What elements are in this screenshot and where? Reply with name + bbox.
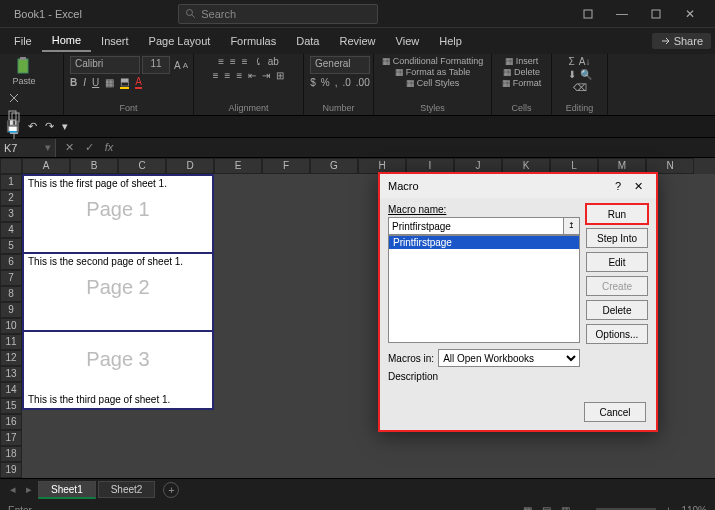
- sheet-nav-next-icon[interactable]: ▸: [22, 483, 36, 496]
- search-box[interactable]: Search: [178, 4, 378, 24]
- fill-color-icon[interactable]: ⬒: [120, 76, 129, 89]
- cell-styles-button[interactable]: ▦Cell Styles: [406, 78, 460, 88]
- format-cells-button[interactable]: ▦Format: [502, 78, 542, 88]
- row-header[interactable]: 16: [0, 414, 22, 430]
- bold-button[interactable]: B: [70, 77, 77, 88]
- edit-button[interactable]: Edit: [586, 252, 648, 272]
- paste-button[interactable]: Paste: [6, 56, 42, 86]
- row-header[interactable]: 9: [0, 302, 22, 318]
- row-header[interactable]: 5: [0, 238, 22, 254]
- undo-icon[interactable]: ↶: [28, 120, 37, 133]
- find-select-icon[interactable]: 🔍: [580, 69, 592, 80]
- font-color-icon[interactable]: A: [135, 76, 142, 89]
- row-header[interactable]: 3: [0, 206, 22, 222]
- sheet-tab-sheet1[interactable]: Sheet1: [38, 481, 96, 499]
- wrap-text-icon[interactable]: ab: [268, 56, 279, 67]
- tab-formulas[interactable]: Formulas: [220, 31, 286, 51]
- redo-icon[interactable]: ↷: [45, 120, 54, 133]
- orientation-icon[interactable]: ⤹: [254, 56, 262, 67]
- font-name-select[interactable]: Calibri: [70, 56, 140, 74]
- accounting-icon[interactable]: $: [310, 77, 316, 88]
- new-sheet-button[interactable]: +: [163, 482, 179, 498]
- row-header[interactable]: 15: [0, 398, 22, 414]
- zoom-in-icon[interactable]: +: [666, 505, 672, 511]
- row-header[interactable]: 18: [0, 446, 22, 462]
- cut-icon[interactable]: [6, 90, 22, 106]
- decrease-indent-icon[interactable]: ⇤: [248, 70, 256, 81]
- row-header[interactable]: 2: [0, 190, 22, 206]
- row-header[interactable]: 17: [0, 430, 22, 446]
- close-icon[interactable]: ✕: [673, 3, 707, 25]
- align-left-icon[interactable]: ≡: [213, 70, 219, 81]
- save-icon[interactable]: 💾: [6, 120, 20, 133]
- sheet-nav-prev-icon[interactable]: ◂: [6, 483, 20, 496]
- fill-icon[interactable]: ⬇: [568, 69, 576, 80]
- align-center-icon[interactable]: ≡: [225, 70, 231, 81]
- row-header[interactable]: 13: [0, 366, 22, 382]
- tab-review[interactable]: Review: [329, 31, 385, 51]
- col-header[interactable]: E: [214, 158, 262, 174]
- tab-insert[interactable]: Insert: [91, 31, 139, 51]
- number-format-select[interactable]: General: [310, 56, 370, 74]
- ribbon-display-options-icon[interactable]: [571, 3, 605, 25]
- macro-name-spin-icon[interactable]: ↥: [564, 217, 580, 235]
- step-into-button[interactable]: Step Into: [586, 228, 648, 248]
- tab-view[interactable]: View: [386, 31, 430, 51]
- delete-button[interactable]: Delete: [586, 300, 648, 320]
- format-as-table-button[interactable]: ▦Format as Table: [395, 67, 470, 77]
- row-header[interactable]: 11: [0, 334, 22, 350]
- col-header[interactable]: F: [262, 158, 310, 174]
- maximize-icon[interactable]: [639, 3, 673, 25]
- comma-icon[interactable]: ,: [335, 77, 338, 88]
- dialog-help-icon[interactable]: ?: [608, 180, 628, 192]
- delete-cells-button[interactable]: ▦Delete: [503, 67, 540, 77]
- cancel-formula-icon[interactable]: ✕: [60, 141, 78, 154]
- name-box[interactable]: K7▾: [0, 139, 56, 157]
- borders-icon[interactable]: ▦: [105, 77, 114, 88]
- merge-icon[interactable]: ⊞: [276, 70, 284, 81]
- row-header[interactable]: 10: [0, 318, 22, 334]
- percent-icon[interactable]: %: [321, 77, 330, 88]
- increase-decimal-icon[interactable]: .0: [343, 77, 351, 88]
- macro-name-input[interactable]: [388, 217, 564, 235]
- macro-list-item[interactable]: Printfirstpage: [389, 236, 579, 249]
- col-header[interactable]: D: [166, 158, 214, 174]
- align-middle-icon[interactable]: ≡: [230, 56, 236, 67]
- decrease-font-icon[interactable]: A: [183, 61, 188, 70]
- sheet-tab-sheet2[interactable]: Sheet2: [98, 481, 156, 498]
- col-header[interactable]: G: [310, 158, 358, 174]
- row-header[interactable]: 19: [0, 462, 22, 478]
- fx-icon[interactable]: fx: [100, 141, 118, 154]
- decrease-decimal-icon[interactable]: .00: [356, 77, 370, 88]
- row-header[interactable]: 12: [0, 350, 22, 366]
- select-all-corner[interactable]: [0, 158, 22, 174]
- tab-page-layout[interactable]: Page Layout: [139, 31, 221, 51]
- zoom-out-icon[interactable]: −: [580, 505, 586, 511]
- zoom-level[interactable]: 110%: [681, 505, 707, 511]
- align-top-icon[interactable]: ≡: [218, 56, 224, 67]
- italic-button[interactable]: I: [83, 77, 86, 88]
- col-header[interactable]: C: [118, 158, 166, 174]
- tab-data[interactable]: Data: [286, 31, 329, 51]
- tab-home[interactable]: Home: [42, 30, 91, 52]
- qat-customize-icon[interactable]: ▾: [62, 120, 68, 133]
- insert-cells-button[interactable]: ▦Insert: [505, 56, 539, 66]
- underline-button[interactable]: U: [92, 77, 99, 88]
- enter-formula-icon[interactable]: ✓: [80, 141, 98, 154]
- row-header[interactable]: 6: [0, 254, 22, 270]
- align-bottom-icon[interactable]: ≡: [242, 56, 248, 67]
- tab-file[interactable]: File: [4, 31, 42, 51]
- col-header[interactable]: A: [22, 158, 70, 174]
- sort-filter-icon[interactable]: A↓: [579, 56, 591, 67]
- increase-indent-icon[interactable]: ⇥: [262, 70, 270, 81]
- row-header[interactable]: 14: [0, 382, 22, 398]
- view-page-layout-icon[interactable]: ▤: [542, 505, 551, 511]
- run-button[interactable]: Run: [586, 204, 648, 224]
- tab-help[interactable]: Help: [429, 31, 472, 51]
- clear-icon[interactable]: ⌫: [573, 82, 587, 93]
- align-right-icon[interactable]: ≡: [236, 70, 242, 81]
- col-header[interactable]: B: [70, 158, 118, 174]
- increase-font-icon[interactable]: A: [174, 60, 181, 71]
- cancel-button[interactable]: Cancel: [584, 402, 646, 422]
- options-button[interactable]: Options...: [586, 324, 648, 344]
